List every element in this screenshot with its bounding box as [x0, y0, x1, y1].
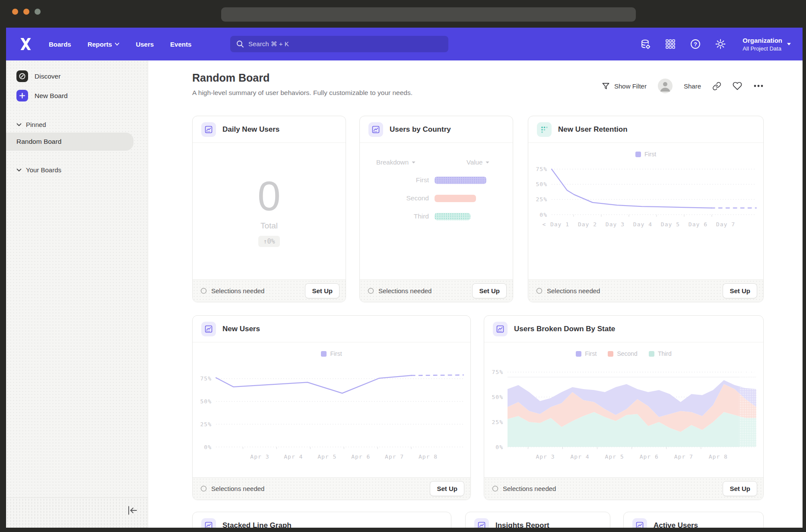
set-up-button[interactable]: Set Up: [723, 481, 757, 496]
svg-text:Apr 3: Apr 3: [250, 453, 269, 460]
nav-right-cluster: ? Organization All Project Data: [640, 37, 791, 52]
window-dot-2[interactable]: [23, 9, 29, 15]
page-frame: Boards Reports Users Events Search ⌘ + K: [6, 28, 803, 528]
data-management-icon[interactable]: [640, 38, 651, 50]
chevron-down-icon: [16, 168, 22, 172]
card-new-users: New Users First 75%50%25%0%Apr 3Apr 4Apr…: [192, 315, 471, 500]
app-window: Boards Reports Users Events Search ⌘ + K: [0, 0, 806, 532]
new-users-line-chart[interactable]: 75%50%25%0%Apr 3Apr 4Apr 5Apr 6Apr 7Apr …: [193, 358, 470, 466]
window-dot-3[interactable]: [35, 9, 41, 15]
favorite-heart-icon[interactable]: [733, 81, 742, 91]
svg-text:25%: 25%: [200, 421, 212, 428]
search-input[interactable]: Search ⌘ + K: [230, 36, 448, 52]
chevron-down-icon: [16, 123, 22, 127]
plus-icon: [16, 90, 28, 101]
line-chart-icon: [201, 322, 216, 336]
line-chart-icon: [201, 122, 216, 137]
status-circle-icon: [492, 485, 498, 492]
metric-block: 0 Total ↑0%: [193, 143, 346, 279]
sidebar: Discover New Board Pinned Random Board: [6, 60, 148, 528]
value-bar: [435, 195, 476, 202]
card-title: Users Broken Down By State: [514, 325, 615, 333]
mixpanel-logo-icon[interactable]: [20, 38, 32, 51]
svg-text:Day 3: Day 3: [606, 221, 625, 228]
help-icon[interactable]: ?: [690, 38, 701, 50]
card-title: Daily New Users: [222, 125, 279, 134]
card-new-user-retention: New User Retention First 75%50%25%0%Day …: [528, 116, 764, 302]
svg-text:Apr 5: Apr 5: [317, 453, 336, 460]
svg-text:25%: 25%: [492, 419, 503, 425]
org-switcher[interactable]: Organization All Project Data: [743, 37, 791, 52]
svg-text:Apr 8: Apr 8: [709, 453, 728, 460]
share-button[interactable]: Share: [684, 82, 701, 90]
value-dropdown[interactable]: Value: [466, 158, 489, 166]
discover-compass-icon: [16, 70, 28, 82]
legend-swatch-icon: [635, 152, 641, 157]
nav-item-events[interactable]: Events: [170, 41, 191, 48]
org-project: All Project Data: [743, 45, 782, 52]
card-title: New Users: [222, 325, 260, 333]
sidebar-item-new-board[interactable]: New Board: [6, 86, 148, 105]
card-stacked-line-graph: Stacked Line Graph: [192, 512, 451, 528]
settings-gear-icon[interactable]: [715, 38, 726, 50]
svg-text:50%: 50%: [536, 181, 547, 187]
set-up-button[interactable]: Set Up: [723, 283, 757, 298]
nav-item-boards[interactable]: Boards: [49, 41, 71, 48]
avatar[interactable]: [658, 79, 673, 93]
svg-text:Apr 7: Apr 7: [674, 453, 693, 460]
set-up-button[interactable]: Set Up: [472, 283, 507, 298]
sidebar-collapse-icon[interactable]: [127, 506, 138, 517]
set-up-button[interactable]: Set Up: [430, 481, 464, 496]
card-active-users: Active Users: [623, 512, 764, 528]
metric-delta-badge: ↑0%: [258, 236, 279, 247]
sidebar-item-discover[interactable]: Discover: [6, 66, 148, 86]
breakdown-dropdown[interactable]: Breakdown: [376, 158, 416, 166]
svg-text:Apr 6: Apr 6: [351, 453, 370, 460]
breakdown-table: Breakdown Value First: [360, 143, 513, 220]
chevron-down-icon: [412, 161, 416, 164]
status-selections-needed: Selections needed: [200, 287, 264, 294]
svg-text:Apr 8: Apr 8: [419, 453, 438, 460]
metric-caption: Total: [260, 221, 278, 231]
legend-swatch-icon: [576, 351, 581, 357]
card-insights-report: Insights Report: [465, 512, 610, 528]
more-options-icon[interactable]: [753, 84, 764, 88]
svg-text:<: <: [543, 221, 546, 228]
retention-line-chart[interactable]: 75%50%25%0%Day 1Day 2Day 3Day 4Day 5Day …: [528, 158, 763, 232]
nav-item-reports[interactable]: Reports: [88, 41, 120, 48]
legend-item: Second: [608, 349, 637, 358]
sidebar-section-pinned[interactable]: Pinned: [6, 117, 148, 133]
card-title: Insights Report: [495, 521, 549, 528]
status-circle-icon: [368, 288, 374, 294]
legend-item: First: [576, 349, 597, 358]
chevron-down-icon: [787, 42, 791, 46]
svg-text:Apr 5: Apr 5: [605, 453, 624, 460]
search-placeholder: Search ⌘ + K: [248, 40, 289, 48]
status-circle-icon: [200, 288, 207, 294]
stacked-area-chart[interactable]: 75%50%25%0%Apr 3Apr 4Apr 5Apr 6Apr 7Apr …: [484, 358, 763, 466]
set-up-button[interactable]: Set Up: [305, 283, 340, 298]
legend-swatch-icon: [608, 351, 613, 357]
legend-swatch-icon: [321, 351, 327, 357]
apps-grid-icon[interactable]: [665, 38, 676, 50]
browser-url-bar[interactable]: [221, 7, 636, 22]
line-chart-icon: [632, 518, 647, 528]
sidebar-item-random-board[interactable]: Random Board: [6, 133, 133, 151]
svg-text:50%: 50%: [200, 398, 212, 405]
status-selections-needed: Selections needed: [536, 287, 600, 294]
copy-link-icon[interactable]: [712, 82, 721, 91]
card-title: Stacked Line Graph: [222, 521, 292, 528]
filter-funnel-icon: [602, 82, 610, 90]
status-circle-icon: [200, 485, 207, 492]
chart-legend: FirstSecondThird: [484, 349, 763, 358]
status-selections-needed: Selections needed: [200, 485, 264, 492]
window-dot-1[interactable]: [12, 9, 18, 15]
table-row: Third: [360, 212, 513, 220]
sidebar-section-your-boards[interactable]: Your Boards: [6, 162, 148, 178]
show-filter-button[interactable]: Show Filter: [602, 82, 647, 90]
legend-swatch-icon: [649, 351, 654, 357]
nav-item-users[interactable]: Users: [136, 41, 154, 48]
chevron-down-icon: [115, 43, 119, 46]
page-title: Random Board: [192, 72, 270, 84]
svg-text:75%: 75%: [492, 369, 503, 375]
